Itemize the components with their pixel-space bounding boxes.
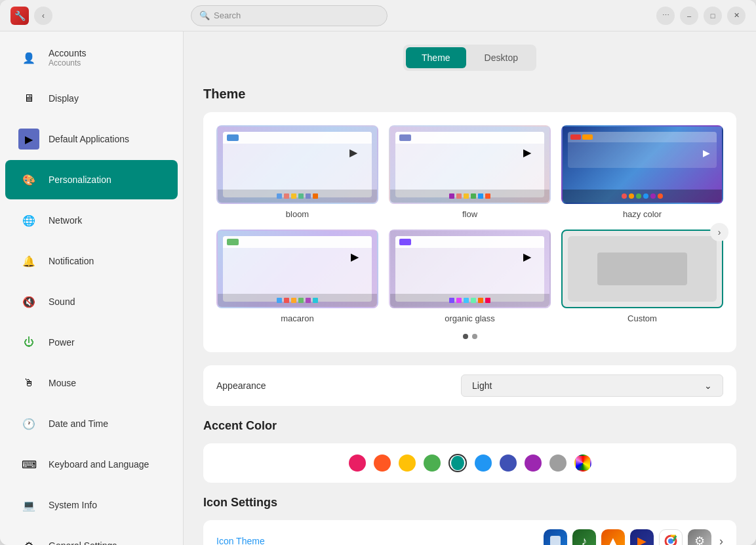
color-rainbow[interactable] [574,454,591,472]
theme-item-custom[interactable]: Custom [561,230,723,323]
search-icon: 🔍 [199,10,210,20]
theme-name-hazy-color: hazy color [623,209,662,219]
menu-button[interactable]: ⋯ [656,7,675,25]
sysinfo-icon: 💻 [18,495,39,515]
default-apps-label: Default Applications [49,134,129,144]
icon-settings: Icon Settings Icon Theme ♪ ▲ [203,496,736,545]
mouse-label: Mouse [49,378,76,388]
notification-label: Notification [49,256,94,266]
sidebar-item-keyboard[interactable]: ⌨ Keyboard and Language [5,445,178,484]
close-button[interactable]: ✕ [727,7,746,25]
chevron-down-icon: ⌄ [704,380,712,391]
color-teal[interactable] [448,454,467,472]
app-icon: 🔧 [10,7,29,25]
next-arrow[interactable]: › [710,223,728,241]
icon-app-4: ▶ [630,529,654,545]
color-green[interactable] [424,454,441,472]
icon-theme-icons: ♪ ▲ ▶ [544,529,723,545]
sidebar-item-default-apps[interactable]: ▶ Default Applications [5,119,178,159]
theme-section-title: Theme [203,87,736,102]
icon-next-arrow[interactable]: › [719,535,723,546]
sound-label: Sound [49,296,75,307]
keyboard-label: Keyboard and Language [49,459,149,470]
back-button[interactable]: ‹ [34,7,52,25]
maximize-button[interactable]: □ [704,7,722,25]
appearance-row: Appearance Light ⌄ [203,365,736,406]
svg-rect-0 [550,536,561,545]
color-orange[interactable] [374,454,391,472]
theme-name-organic-glass: organic glass [445,313,495,323]
theme-name-custom: Custom [627,313,657,323]
page-dot-2[interactable] [472,334,477,339]
theme-grid-container: ▶ bloom [203,112,736,352]
datetime-label: Date and Time [49,418,108,429]
power-label: Power [49,337,75,348]
theme-grid: ▶ bloom [216,125,723,323]
icon-app-1 [544,529,567,545]
display-icon: 🖥 [18,88,39,109]
pagination [216,334,723,339]
page-dot-1[interactable] [463,334,468,339]
keyboard-icon: ⌨ [18,454,39,475]
sidebar-item-sysinfo[interactable]: 💻 System Info [5,485,178,525]
network-label: Network [49,215,82,226]
theme-name-macaron: macaron [281,313,314,323]
icon-app-3: ▲ [601,529,625,545]
sidebar-item-mouse[interactable]: 🖱 Mouse [5,363,178,403]
sidebar-item-general[interactable]: ⚙ General Settings [5,526,178,545]
theme-item-organic-glass[interactable]: ▶ organic glass [389,230,551,323]
notification-icon: 🔔 [18,251,39,272]
sidebar-item-network[interactable]: 🌐 Network [5,201,178,240]
main-content: Theme Desktop Theme ▶ [184,31,756,545]
personalization-label: Personalization [49,174,111,185]
main-window: 🔧 ‹ 🔍 Search ⋯ – □ ✕ 👤 Accounts Accounts [0,0,756,545]
color-blue[interactable] [475,454,492,472]
color-purple[interactable] [525,454,542,472]
theme-preview-hazy: ▶ [561,125,723,204]
titlebar: 🔧 ‹ 🔍 Search ⋯ – □ ✕ [0,0,756,31]
theme-name-flow: flow [462,209,477,219]
appearance-select[interactable]: Light ⌄ [461,374,723,397]
sidebar-item-accounts[interactable]: 👤 Accounts Accounts [5,38,178,77]
theme-preview-bloom: ▶ [216,125,378,204]
icon-app-2: ♪ [572,529,596,545]
tab-desktop[interactable]: Desktop [469,47,534,68]
content: 👤 Accounts Accounts 🖥 Display ▶ Default … [0,31,756,545]
mouse-icon: 🖱 [18,373,39,394]
color-yellow[interactable] [399,454,416,472]
titlebar-right: ⋯ – □ ✕ [656,7,746,25]
minimize-button[interactable]: – [680,7,698,25]
sidebar-item-datetime[interactable]: 🕐 Date and Time [5,404,178,443]
default-apps-icon: ▶ [18,129,39,150]
icon-theme-row: Icon Theme ♪ ▲ ▶ [203,520,736,545]
theme-item-flow[interactable]: ▶ flow [389,125,551,219]
theme-item-macaron[interactable]: ▶ macaron [216,230,378,323]
accounts-sublabel: Accounts [49,58,87,68]
tabs: Theme Desktop [403,45,536,71]
svg-point-2 [668,538,673,544]
general-label: General Settings [49,540,117,545]
sidebar-item-power[interactable]: ⏻ Power [5,323,178,362]
icon-settings-title: Icon Settings [203,496,736,510]
accent-title: Accent Color [203,419,736,433]
color-gray[interactable] [549,454,567,472]
sidebar-item-sound[interactable]: 🔇 Sound [5,282,178,321]
display-label: Display [49,93,79,104]
sidebar-item-notification[interactable]: 🔔 Notification [5,241,178,281]
general-icon: ⚙ [18,535,39,545]
tab-theme[interactable]: Theme [406,47,466,68]
icon-app-5 [659,529,683,545]
accounts-label: Accounts [49,48,87,58]
sound-icon: 🔇 [18,291,39,312]
search-bar[interactable]: 🔍 Search [191,5,388,26]
theme-item-hazy-color[interactable]: ▶ hazy color [561,125,723,219]
color-navy[interactable] [500,454,517,472]
appearance-value: Light [472,380,492,391]
icon-app-6: ⚙ [688,529,711,545]
theme-preview-organic: ▶ [389,230,551,308]
sidebar-item-display[interactable]: 🖥 Display [5,79,178,118]
appearance-label: Appearance [216,380,266,391]
theme-item-bloom[interactable]: ▶ bloom [216,125,378,219]
color-pink[interactable] [349,454,366,472]
sidebar-item-personalization[interactable]: 🎨 Personalization [5,160,178,199]
